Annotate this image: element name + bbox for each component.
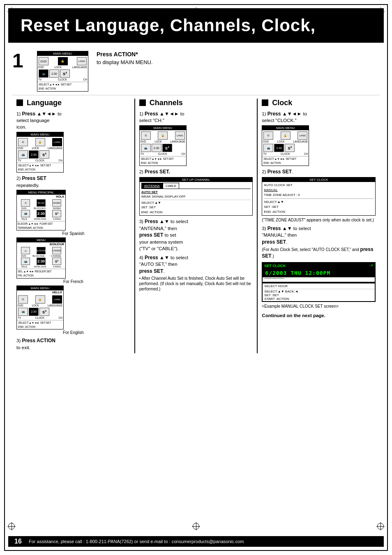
main-menu-lower-icons: 📺 2:30 s³ (37, 69, 88, 78)
en-lock: 🔒 (35, 295, 45, 304)
ch-step4-text: 4) Press ▲▼ to select"AUTO SET," thenpre… (139, 254, 253, 275)
clock-controls: SELECT:▲▼ BACK:◄ SET :SET START :ACTION (263, 289, 375, 301)
lang-tv-icon: 📺 (18, 150, 28, 159)
sp-blocq: BLOQ (37, 199, 46, 207)
channels-column: Channels 1) Press ▲▼◄► toselect "CH." MA… (135, 99, 258, 354)
ch-step3: 3) Press ▲▼ to select"ANTENNA," thenpres… (139, 218, 253, 252)
registration-mark-tr (376, 7, 385, 16)
lang-main-menu: MAIN MENU ⊙ 🔒 LANG DVD LOCK LANGUAGE 📺 2… (16, 132, 64, 173)
clk-step2: 2) Press SET. SET CLOCK AUTO CLOCK SET M… (262, 168, 376, 223)
lock-icon: 🔒 (58, 57, 68, 65)
sp-tv: 📺 (21, 210, 30, 217)
lang-black-square (16, 99, 23, 106)
lang-step3: 3) Press ACTIONto exit. (16, 337, 130, 351)
clk-s3-icon: s³ (285, 144, 295, 152)
page-title: Reset Language, Channels, Clock, (21, 16, 371, 35)
step1-box: MAIN MENU DVD 🔒 LANG DVD LOCK LANGUAGE 📺… (37, 51, 153, 92)
main-menu-select-row: SELECT:▲▼◄► SET:SET END :ACTION (37, 82, 88, 91)
step1-section: 1 MAIN MENU DVD 🔒 LANG DVD LOCK LANGUAGE… (12, 47, 380, 95)
lang-clock-icon: 2:30 (29, 150, 39, 159)
clk-tv-icon: 📺 (263, 144, 273, 152)
channels-heading: Channels (139, 99, 253, 107)
clk-step3-note: (For Auto Clock Set, select "AUTO CLOCK … (262, 246, 376, 259)
lang-lock-icon: 🔒 (35, 138, 45, 146)
lang-french-menu: MENU BONJOUR ⊙ BLOCAGE CANSDE DVD BLOCAG… (16, 237, 66, 279)
language-column: Language 1) Press ▲▼◄► toselect language… (12, 99, 135, 354)
clk-step1: 1) Press ▲▼◄► toselect "CLOCK." MAIN MEN… (262, 111, 376, 166)
clk-step2-text: 2) Press SET. (262, 168, 376, 175)
cable-tab: CABLE (163, 183, 179, 189)
ch-clock-icon: 2:30 (152, 144, 161, 152)
ch-step2: 2) Press SET. SET UP CHANNEL ANTENNA CAB… (139, 168, 253, 216)
s3-icon: s³ (60, 69, 70, 78)
lang-step3-text: 3) Press ACTIONto exit. (16, 337, 130, 351)
language-heading: Language (16, 99, 130, 107)
clock-time-display: 6/2003 THU 12:00PM (263, 269, 375, 277)
en-clock: 2:30 (29, 308, 39, 316)
sp-s3: s³ (52, 210, 61, 217)
lang-step1: 1) Press ▲▼◄► toselect languageicon. MAI… (16, 111, 130, 173)
clk-dvd-icon: ⊙ (263, 131, 273, 140)
antenna-cable-tabs: ANTENNA CABLE (141, 183, 251, 189)
registration-mark-tc (192, 7, 200, 16)
lang-step2-text: 2) Press SETrepeatedly. (16, 175, 130, 189)
ch-s3-icon: s³ (162, 144, 172, 152)
example-label: <Example MANUAL CLOCK SET screen> (262, 304, 376, 309)
main-menu-icons-row: DVD 🔒 LANG (37, 56, 88, 66)
clk-language-icon: LANG (297, 131, 307, 140)
clk-lock-icon: 🔒 (281, 131, 291, 140)
sp-clock: 2:30 (37, 210, 46, 217)
en-s3: s³ (39, 308, 49, 316)
step1-sub-instruction: to display MAIN MENU. (97, 59, 153, 65)
step1-instructions: Press ACTION* to display MAIN MENU. (97, 51, 153, 65)
clock-icon: 2:30 (49, 69, 59, 78)
language-icon: LANG (77, 57, 87, 65)
for-spanish-label: For Spanish (16, 231, 130, 236)
fr-cansde: CANSDE (52, 247, 61, 254)
ch-black-square (139, 99, 146, 106)
fr-tv: 📺 (21, 258, 30, 265)
ch-language-icon: LANG (175, 131, 185, 140)
clock-date: SET CLOCK (264, 264, 286, 268)
ch-step3-text: 3) Press ▲▼ to select"ANTENNA," thenpres… (139, 218, 253, 252)
step1-press-action: Press ACTION* (97, 51, 153, 58)
registration-mark-bc (192, 522, 200, 530)
main-menu-title: MAIN MENU (37, 51, 88, 56)
clock-display: SET CLOCK ↑↗ 6/2003 THU 12:00PM ‾‾‾‾‾‾‾‾… (262, 262, 376, 302)
en-tv: 📺 (18, 308, 28, 316)
dvd-icon: DVD (39, 57, 48, 65)
continued-text: Continued on the next page. (262, 312, 376, 319)
lang-spanish-menu: MENU PRINCIPAL HOLA ⊙ BLOQ DIOMA DVD BLO… (16, 190, 66, 231)
ch-main-menu: MAIN MENU ⊙ 🔒 LANG DVD LOCK LANGUAGE 📺 2… (139, 125, 187, 166)
for-english-label: For English (16, 330, 130, 335)
timezone-note: ("TIME ZONE ADJUST" appears only when au… (262, 217, 376, 223)
sp-idioma: DIOMA (52, 199, 61, 207)
step1-number: 1 (12, 51, 29, 71)
clk-step3: 3) Press ▲▼ to select"MANUAL," thenpress… (262, 225, 376, 309)
ch-note: • After Channel Auto Set is finished, Cl… (139, 276, 253, 292)
lang-step2: 2) Press SETrepeatedly. MENU PRINCIPAL H… (16, 175, 130, 335)
clk-clock-icon: 2:30 (274, 144, 284, 152)
ch-step4: 4) Press ▲▼ to select"AUTO SET," thenpre… (139, 254, 253, 292)
clk-black-square (262, 99, 268, 106)
ch-step1: 1) Press ▲▼◄► toselect "CH." MAIN MENU ⊙… (139, 111, 253, 166)
page-number: 16 (14, 538, 25, 545)
main-content: 1 MAIN MENU DVD 🔒 LANG DVD LOCK LANGUAGE… (0, 43, 392, 357)
lang-english-menu: MAIN MENU HELLO ⊙ 🔒 LANG DVD LOCK LANGUA… (16, 286, 64, 330)
fr-s3: s³ (52, 258, 61, 265)
ch-tv-icon: 📺 (141, 144, 151, 152)
fr-horloge: 2:30 (37, 258, 46, 265)
main-menu-labels-top: DVD LOCK LANGUAGE (37, 66, 88, 69)
clk-step3-text: 3) Press ▲▼ to select"MANUAL," thenpress… (262, 225, 376, 246)
en-dvd: ⊙ (18, 295, 28, 304)
tv-icon: 📺 (39, 69, 48, 78)
step2-section: Language 1) Press ▲▼◄► toselect language… (12, 95, 380, 354)
ch-step2-text: 2) Press SET. (139, 168, 253, 175)
clk-main-menu: MAIN MENU ⊙ 🔒 LANG DVD LOCK LANGUAGE 📺 2… (262, 125, 309, 166)
registration-mark-br (376, 522, 385, 530)
setup-channel-menu: SET UP CHANNEL ANTENNA CABLE AUTO SET WE… (139, 177, 253, 216)
fr-blocage: BLOCAGE (37, 247, 46, 254)
step1-main-menu: MAIN MENU DVD 🔒 LANG DVD LOCK LANGUAGE 📺… (37, 51, 88, 92)
sp-dvd: ⊙ (21, 199, 30, 207)
clock-heading: Clock (262, 99, 376, 107)
